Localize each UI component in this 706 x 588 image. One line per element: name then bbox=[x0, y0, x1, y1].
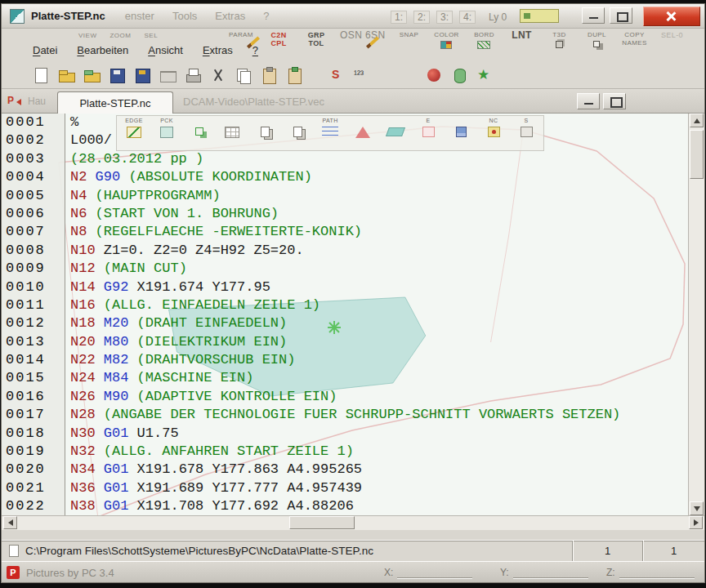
code-line[interactable]: 0019N32 (ALLG. ANFAHREN START ZEILE 1) bbox=[2, 443, 688, 461]
tool-group-lnt[interactable]: LNT bbox=[507, 31, 535, 39]
mini-tool-grid[interactable] bbox=[218, 117, 246, 149]
mini-tool-pages[interactable] bbox=[251, 117, 279, 149]
code-line[interactable]: 0015N24 M84 (MASCHINE EIN) bbox=[2, 369, 688, 387]
tab-platte-step-nc[interactable]: Platte-STEP.nc bbox=[57, 91, 173, 114]
file-icon bbox=[9, 545, 19, 557]
tool-group-color[interactable]: COLOR bbox=[432, 31, 460, 49]
code-line[interactable]: 0021N36 G01 X191.689 Y177.777 A4.957439 bbox=[2, 479, 688, 497]
code-line[interactable]: 0017N28 (ANGABE DER TECHNOLOGIE FUER SCH… bbox=[2, 406, 688, 424]
folder-open-icon[interactable] bbox=[56, 66, 76, 84]
clipboard-icon[interactable] bbox=[259, 66, 279, 84]
scroll-down-button[interactable] bbox=[690, 501, 704, 515]
code-text: N2 G90 (ABSOLUTE KOORDINATEN) bbox=[65, 168, 312, 186]
tool-group-bord[interactable]: BORD bbox=[470, 31, 498, 49]
mini-tool-label bbox=[382, 117, 409, 124]
tool-group-param[interactable]: PARAM bbox=[227, 31, 255, 39]
tool-group-snap[interactable]: SNAP bbox=[395, 31, 422, 39]
code-line[interactable]: 0012N18 M20 (DRAHT EINFAEDELN) bbox=[2, 314, 688, 332]
code-line[interactable]: 0020N34 G01 X191.678 Y177.863 A4.995265 bbox=[2, 461, 688, 479]
mini-tool-cube[interactable] bbox=[447, 117, 475, 149]
doc-restore-button[interactable] bbox=[603, 93, 626, 109]
view-button[interactable]: 3: bbox=[436, 11, 453, 24]
mini-tool-pck[interactable]: PCK bbox=[153, 117, 181, 149]
code-line[interactable]: 0009N12 (MAIN CUT) bbox=[2, 260, 688, 278]
tool-group-c2n-cpl[interactable]: C2NCPL bbox=[265, 31, 293, 47]
doc-minimize-button[interactable] bbox=[577, 93, 600, 109]
line-number: 0017 bbox=[2, 406, 65, 424]
horizontal-scrollbar[interactable] bbox=[2, 515, 704, 530]
minimize-button[interactable] bbox=[582, 7, 605, 24]
pages-icon[interactable] bbox=[234, 66, 253, 84]
line-number: 0007 bbox=[2, 223, 65, 241]
menu-ansicht[interactable]: Ansicht bbox=[148, 44, 183, 56]
code-line[interactable]: 0018N30 G01 U1.75 bbox=[2, 425, 688, 443]
folder-add-icon[interactable] bbox=[82, 66, 101, 84]
coordinate-field-y: Y: bbox=[500, 567, 588, 578]
code-line[interactable]: 0010N14 G92 X191.674 Y177.95 bbox=[2, 278, 688, 296]
mini-tool-gsq[interactable] bbox=[185, 117, 213, 149]
code-line[interactable]: 0005N4 (HAUPTPROGRAMM) bbox=[2, 187, 688, 205]
tool-group-t3d[interactable]: T3D bbox=[545, 31, 573, 48]
mini-tool-e[interactable]: E bbox=[414, 117, 442, 149]
code-line[interactable]: 0016N26 M90 (ADAPTIVE KONTROLLE EIN) bbox=[2, 388, 688, 406]
window-list-marker: P bbox=[7, 95, 14, 106]
clipboard-check-icon[interactable] bbox=[284, 66, 304, 84]
new-doc-icon[interactable] bbox=[31, 66, 51, 84]
code-line[interactable]: 0004N2 G90 (ABSOLUTE KOORDINATEN) bbox=[2, 168, 688, 186]
mini-tool-path[interactable]: PATH bbox=[316, 117, 344, 149]
tool-group-dupl[interactable]: DUPL bbox=[583, 31, 610, 50]
floppy-pen-icon[interactable] bbox=[132, 66, 152, 84]
ncbox-icon bbox=[488, 127, 500, 137]
mini-tool-edge[interactable]: EDGE bbox=[120, 117, 148, 149]
tool-group-label: BORD bbox=[470, 31, 498, 39]
scissors-icon[interactable] bbox=[208, 66, 228, 84]
application-status-bar: P Pictures by PC 3.4 X: Y: Z: bbox=[2, 561, 704, 582]
mini-tool-pages[interactable] bbox=[284, 117, 311, 149]
code-line[interactable]: 0008N10 Z1=0. Z2=0 Z4=H92 Z5=20. bbox=[2, 242, 688, 260]
floppy-icon[interactable] bbox=[107, 66, 127, 84]
code-line[interactable]: 0007N8 (REGELFLAECHE -ERWEITERTE-KONIK) bbox=[2, 223, 688, 241]
gsq-icon bbox=[195, 127, 203, 136]
palette-icon[interactable] bbox=[424, 66, 444, 84]
mini-tool-label bbox=[251, 117, 279, 124]
code-line[interactable]: 0006N6 (START VON 1. BOHRUNG) bbox=[2, 205, 688, 223]
view-button[interactable]: 2: bbox=[413, 11, 430, 24]
mini-tool-redtri[interactable] bbox=[349, 117, 377, 149]
tool-group-copy-names[interactable]: COPYNAMES bbox=[620, 31, 648, 47]
mini-tool-label bbox=[185, 117, 213, 124]
vertical-scroll-thumb[interactable] bbox=[690, 130, 704, 179]
cylinder-icon[interactable] bbox=[449, 66, 469, 84]
horizontal-scroll-thumb[interactable] bbox=[289, 516, 355, 529]
code-line[interactable]: 0003(28.03.2012 pp ) bbox=[2, 150, 688, 168]
stamp-s-icon[interactable] bbox=[326, 66, 346, 84]
layer-color-swatch[interactable] bbox=[520, 9, 559, 23]
code-lines[interactable]: 0001%0002L000/0003(28.03.2012 pp )0004N2… bbox=[2, 114, 688, 515]
code-line[interactable]: 0013N20 M80 (DIELEKTRIKUM EIN) bbox=[2, 333, 688, 351]
menu-datei[interactable]: Datei bbox=[33, 44, 57, 56]
scroll-left-button[interactable] bbox=[3, 516, 17, 529]
tool-group-sel-0[interactable]: SEL-0 bbox=[658, 31, 686, 39]
superscript-123-icon[interactable] bbox=[351, 66, 371, 84]
vertical-scrollbar[interactable] bbox=[688, 114, 704, 515]
close-button[interactable] bbox=[643, 7, 700, 26]
code-line[interactable]: 0011N16 (ALLG. EINFAEDELN ZEILE 1) bbox=[2, 296, 688, 314]
background-document-path: DCAM-Video\Platte-STEP.vec bbox=[183, 96, 324, 108]
mini-tool-label: PATH bbox=[316, 117, 344, 124]
view-button[interactable]: 4: bbox=[459, 11, 476, 24]
scroll-right-button[interactable] bbox=[689, 516, 703, 529]
scroll-up-button[interactable] bbox=[690, 114, 704, 127]
printer-icon[interactable] bbox=[183, 66, 203, 84]
mini-tool-teal[interactable] bbox=[382, 117, 409, 149]
maximize-button[interactable] bbox=[610, 7, 632, 24]
code-line[interactable]: 0022N38 G01 X191.708 Y177.692 A4.88206 bbox=[2, 497, 688, 515]
line-number: 0012 bbox=[2, 314, 65, 332]
mini-tool-nc[interactable]: NC bbox=[480, 117, 507, 149]
code-line[interactable]: 0014N22 M82 (DRAHTVORSCHUB EIN) bbox=[2, 351, 688, 369]
tool-group-grp-tol[interactable]: GRPTOL bbox=[302, 31, 330, 47]
drawer-icon[interactable] bbox=[158, 66, 177, 84]
star-icon[interactable] bbox=[475, 66, 494, 84]
mini-tool-s[interactable]: S bbox=[512, 117, 540, 149]
view-button[interactable]: 1: bbox=[391, 11, 407, 24]
code-text: % bbox=[65, 114, 78, 131]
menu-bearbeiten[interactable]: Bearbeiten bbox=[77, 44, 128, 56]
